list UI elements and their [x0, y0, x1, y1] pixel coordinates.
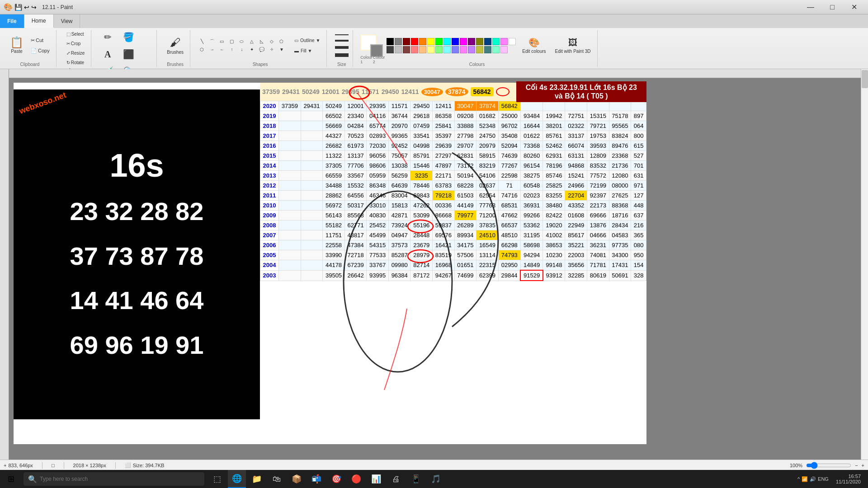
dropbox-icon[interactable]: 📬	[307, 470, 326, 488]
color-swatch[interactable]	[443, 38, 451, 45]
show-desktop-button[interactable]	[864, 470, 868, 488]
color-swatch[interactable]	[435, 38, 443, 45]
systray-chevron[interactable]: ^	[797, 476, 800, 482]
more-shapes[interactable]: ▼	[277, 46, 286, 53]
zoom-slider[interactable]	[806, 462, 851, 469]
up-arrow-shape[interactable]: ↑	[227, 46, 236, 53]
store-icon[interactable]: 🛍	[268, 470, 286, 488]
scrollbar-thumb[interactable]	[862, 70, 868, 88]
4arrow-shape[interactable]: ✦	[247, 46, 256, 53]
eraser-tool[interactable]: ⬛	[119, 47, 137, 61]
amazon-icon[interactable]: 📦	[288, 470, 306, 488]
copy-button[interactable]: 📄 Copy	[28, 46, 52, 56]
color-swatch[interactable]	[509, 38, 516, 45]
fill-dropdown-button[interactable]: ▬ Fill ▼	[292, 47, 323, 55]
size-2[interactable]	[335, 40, 349, 42]
color-swatch[interactable]	[460, 38, 467, 45]
curve-shape[interactable]: ⌒	[208, 38, 217, 45]
color-swatch[interactable]	[492, 38, 500, 45]
color-swatch[interactable]	[435, 46, 443, 53]
zoom-in-icon[interactable]: +	[862, 463, 864, 468]
app8-icon[interactable]: 📊	[367, 470, 385, 488]
paste-button[interactable]: 📋 Paste	[7, 35, 26, 56]
brushes-button[interactable]: 🖌 Brushes	[164, 34, 186, 56]
rotate-button[interactable]: ↻ Rotate	[64, 58, 88, 67]
color-swatch[interactable]	[468, 38, 475, 45]
app6-icon[interactable]: 🎯	[327, 470, 345, 488]
rounded-rect-shape[interactable]: ▢	[227, 38, 236, 45]
color-swatch[interactable]	[403, 38, 410, 45]
edge-icon[interactable]: 🌐	[228, 470, 246, 488]
right-tri-shape[interactable]: ◺	[257, 38, 266, 45]
taskbar-search-input[interactable]	[40, 476, 200, 482]
color-swatch[interactable]	[460, 46, 467, 53]
language-indicator[interactable]: ENG	[818, 476, 829, 482]
color-swatch[interactable]	[411, 46, 418, 53]
callout-shape[interactable]: 💬	[257, 46, 266, 53]
app11-icon[interactable]: 🎵	[427, 470, 445, 488]
color-swatch[interactable]	[395, 46, 402, 53]
select-button[interactable]: ⬚ Select	[64, 30, 88, 38]
color-swatch[interactable]	[395, 38, 402, 45]
right-arrow-shape[interactable]: →	[208, 46, 217, 53]
tab-view[interactable]: View	[54, 14, 80, 28]
scrollbar-right[interactable]	[861, 69, 868, 460]
canvas-scroll-area[interactable]: 37359 29431 50249 12001 29395 11571 2945…	[9, 69, 861, 460]
cut-button[interactable]: ✂ Cut	[28, 36, 52, 45]
color-swatch[interactable]	[452, 46, 459, 53]
outline-button[interactable]: ▭ Outline ▼	[292, 36, 323, 45]
taskbar-search-box[interactable]: 🔍	[24, 472, 204, 486]
color-swatch[interactable]	[419, 38, 426, 45]
close-button[interactable]: ✕	[844, 0, 864, 14]
maximize-button[interactable]: □	[822, 0, 843, 14]
color-swatch[interactable]	[452, 38, 459, 45]
color-swatch[interactable]	[484, 46, 491, 53]
size-4[interactable]	[335, 53, 349, 57]
resize-button[interactable]: ⤢ Resize	[64, 49, 88, 57]
crop-button[interactable]: ✂ Crop	[64, 39, 88, 48]
minimize-button[interactable]: —	[800, 0, 821, 14]
color-swatch[interactable]	[387, 46, 394, 53]
color-swatch[interactable]	[419, 46, 426, 53]
text-tool[interactable]: A	[99, 47, 117, 61]
size-3[interactable]	[335, 46, 349, 49]
color-swatch[interactable]	[468, 46, 475, 53]
color-swatch[interactable]	[411, 38, 418, 45]
color-swatch[interactable]	[484, 38, 491, 45]
color-swatch[interactable]	[500, 38, 508, 45]
pentagon-shape[interactable]: ⬠	[277, 38, 286, 45]
ellipse-shape[interactable]: ⬭	[237, 38, 246, 45]
canvas-viewport[interactable]: 37359 29431 50249 12001 29395 11571 2945…	[9, 78, 861, 460]
star4-shape[interactable]: ✧	[267, 46, 276, 53]
line-shape[interactable]: ╲	[198, 38, 207, 45]
viber-icon[interactable]: 📱	[407, 470, 425, 488]
rect-shape[interactable]: ▭	[217, 38, 226, 45]
color-swatch[interactable]	[492, 46, 500, 53]
edit-paint3d-button[interactable]: 🖼 Edit with Paint 3D	[552, 36, 594, 56]
pencil-tool[interactable]: ✏	[99, 30, 117, 44]
down-arrow-shape[interactable]: ↓	[237, 46, 246, 53]
tab-home[interactable]: Home	[24, 14, 54, 28]
color-swatch[interactable]	[476, 38, 483, 45]
taskbar-clock[interactable]: 16:57 11/11/2020	[832, 474, 864, 484]
color-swatch[interactable]	[500, 46, 508, 53]
save-icon[interactable]: 💾	[14, 4, 22, 11]
color-swatch[interactable]	[387, 38, 394, 45]
triangle-shape[interactable]: △	[247, 38, 256, 45]
chrome-icon[interactable]: 🔴	[347, 470, 365, 488]
zoom-out-icon[interactable]: −	[855, 463, 858, 468]
tab-file[interactable]: File	[0, 14, 24, 28]
color-swatch[interactable]	[443, 46, 451, 53]
start-button[interactable]: ⊞	[0, 470, 22, 488]
explorer-icon[interactable]: 📁	[248, 470, 266, 488]
color-swatch[interactable]	[427, 46, 434, 53]
network-icon[interactable]: 📶	[802, 476, 808, 482]
color-swatch[interactable]	[403, 46, 410, 53]
app9-icon[interactable]: 🖨	[387, 470, 405, 488]
sound-icon[interactable]: 🔊	[810, 476, 816, 482]
color-swatch[interactable]	[427, 38, 434, 45]
color-swatch[interactable]	[476, 46, 483, 53]
left-arrow-shape[interactable]: ←	[217, 46, 226, 53]
diamond-shape[interactable]: ◇	[267, 38, 276, 45]
task-view-button[interactable]: ⬚	[208, 470, 226, 488]
